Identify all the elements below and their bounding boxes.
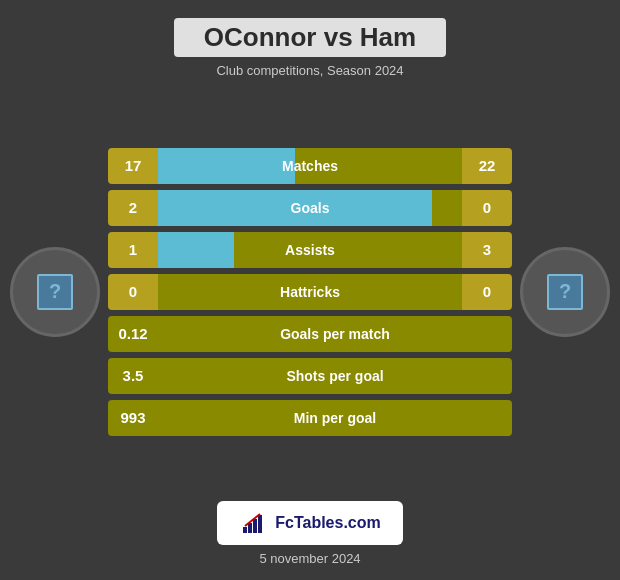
min-per-goal-row: 993 Min per goal <box>108 400 512 436</box>
min-per-goal-bar-area: Min per goal <box>158 400 512 436</box>
goals-right-value: 0 <box>462 190 512 226</box>
goals-bar-area: Goals <box>158 190 462 226</box>
svg-rect-1 <box>243 527 247 533</box>
header: OConnor vs Ham Club competitions, Season… <box>174 0 446 84</box>
right-avatar-box: ? <box>547 274 583 310</box>
footer-date: 5 november 2024 <box>259 551 360 566</box>
min-per-goal-label: Min per goal <box>158 410 512 426</box>
shots-per-goal-value: 3.5 <box>108 358 158 394</box>
goals-label: Goals <box>158 200 462 216</box>
hattricks-label: Hattricks <box>158 284 462 300</box>
left-avatar-icon: ? <box>49 280 61 303</box>
matches-bar-area: Matches <box>158 148 462 184</box>
svg-rect-2 <box>248 523 252 533</box>
goals-per-match-row: 0.12 Goals per match <box>108 316 512 352</box>
logo-text: FcTables.com <box>275 514 381 532</box>
right-avatar-icon: ? <box>559 280 571 303</box>
logo-box: FcTables.com <box>217 501 403 545</box>
goals-left-value: 2 <box>108 190 158 226</box>
matches-left-value: 17 <box>108 148 158 184</box>
left-avatar-box: ? <box>37 274 73 310</box>
matches-label: Matches <box>158 158 462 174</box>
goals-per-match-label: Goals per match <box>158 326 512 342</box>
goals-row: 2 Goals 0 <box>108 190 512 226</box>
matches-right-value: 22 <box>462 148 512 184</box>
page-title: OConnor vs Ham <box>174 18 446 57</box>
shots-per-goal-row: 3.5 Shots per goal <box>108 358 512 394</box>
hattricks-left-value: 0 <box>108 274 158 310</box>
assists-label: Assists <box>158 242 462 258</box>
min-per-goal-value: 993 <box>108 400 158 436</box>
subtitle: Club competitions, Season 2024 <box>174 63 446 78</box>
main-content: ? 17 Matches 22 2 Goals 0 1 A <box>0 92 620 491</box>
matches-row: 17 Matches 22 <box>108 148 512 184</box>
hattricks-right-value: 0 <box>462 274 512 310</box>
left-avatar: ? <box>10 247 100 337</box>
goals-per-match-value: 0.12 <box>108 316 158 352</box>
stats-container: 17 Matches 22 2 Goals 0 1 Assists 3 <box>100 148 520 436</box>
shots-per-goal-bar-area: Shots per goal <box>158 358 512 394</box>
assists-row: 1 Assists 3 <box>108 232 512 268</box>
assists-bar-area: Assists <box>158 232 462 268</box>
assists-right-value: 3 <box>462 232 512 268</box>
hattricks-bar-area: Hattricks <box>158 274 462 310</box>
right-avatar: ? <box>520 247 610 337</box>
svg-rect-3 <box>253 519 257 533</box>
fctables-logo-icon <box>239 509 267 537</box>
shots-per-goal-label: Shots per goal <box>158 368 512 384</box>
logo-section: FcTables.com <box>217 501 403 545</box>
goals-per-match-bar-area: Goals per match <box>158 316 512 352</box>
assists-left-value: 1 <box>108 232 158 268</box>
hattricks-row: 0 Hattricks 0 <box>108 274 512 310</box>
svg-rect-4 <box>258 515 262 533</box>
